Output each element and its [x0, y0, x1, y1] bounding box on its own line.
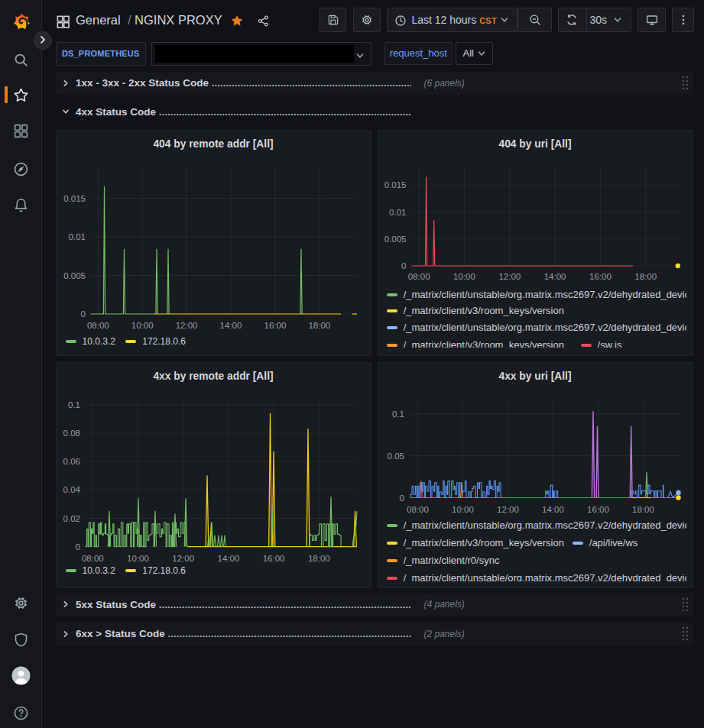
svg-text:0.015: 0.015	[63, 194, 86, 203]
svg-text:0: 0	[400, 493, 404, 503]
svg-text:0.005: 0.005	[63, 271, 86, 280]
svg-text:08:00: 08:00	[87, 321, 109, 330]
svg-text:18:00: 18:00	[634, 272, 657, 281]
svg-text:12:00: 12:00	[497, 505, 519, 514]
svg-text:16:00: 16:00	[587, 505, 609, 514]
svg-text:0.01: 0.01	[389, 208, 406, 217]
svg-text:0.05: 0.05	[388, 451, 404, 461]
svg-text:08:00: 08:00	[408, 272, 430, 281]
svg-text:08:00: 08:00	[82, 554, 104, 563]
svg-text:0.1: 0.1	[392, 409, 404, 419]
svg-text:14:00: 14:00	[542, 505, 564, 514]
svg-text:12:00: 12:00	[176, 321, 198, 330]
svg-text:0.01: 0.01	[69, 232, 86, 241]
svg-text:0: 0	[401, 261, 406, 270]
svg-text:0: 0	[76, 542, 80, 552]
svg-text:18:00: 18:00	[308, 321, 330, 330]
svg-text:12:00: 12:00	[498, 272, 521, 281]
svg-text:0.04: 0.04	[63, 485, 81, 494]
svg-text:18:00: 18:00	[632, 505, 654, 514]
svg-text:12:00: 12:00	[172, 554, 194, 563]
svg-text:10:00: 10:00	[131, 321, 154, 330]
svg-text:18:00: 18:00	[308, 554, 330, 563]
svg-text:0.1: 0.1	[68, 400, 80, 409]
svg-text:14:00: 14:00	[218, 554, 240, 563]
svg-text:0.06: 0.06	[63, 457, 80, 466]
svg-text:0.08: 0.08	[63, 429, 80, 438]
svg-text:10:00: 10:00	[453, 272, 475, 281]
svg-text:16:00: 16:00	[263, 554, 285, 563]
svg-text:0.015: 0.015	[384, 180, 407, 189]
svg-text:14:00: 14:00	[220, 321, 242, 330]
svg-text:0: 0	[81, 309, 86, 319]
svg-text:16:00: 16:00	[589, 272, 612, 281]
svg-text:08:00: 08:00	[407, 505, 429, 514]
svg-text:16:00: 16:00	[264, 321, 287, 330]
svg-text:10:00: 10:00	[127, 554, 149, 563]
svg-text:10:00: 10:00	[452, 505, 474, 514]
svg-text:0.005: 0.005	[384, 235, 407, 244]
svg-text:0.02: 0.02	[63, 514, 80, 523]
svg-text:14:00: 14:00	[544, 272, 566, 281]
